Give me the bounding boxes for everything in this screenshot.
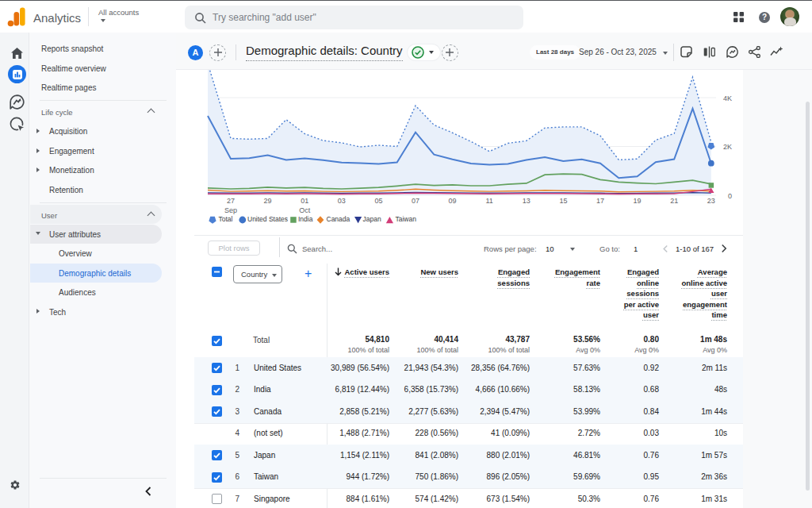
- svg-text:15: 15: [559, 197, 567, 205]
- svg-text:2K: 2K: [723, 143, 732, 151]
- svg-text:13: 13: [523, 197, 530, 205]
- svg-text:11: 11: [486, 197, 493, 205]
- svg-text:27: 27: [227, 197, 235, 205]
- svg-text:29: 29: [264, 197, 272, 205]
- svg-text:Sep: Sep: [224, 206, 237, 214]
- svg-text:19: 19: [634, 197, 642, 205]
- svg-text:Oct: Oct: [299, 206, 311, 214]
- svg-text:01: 01: [301, 197, 308, 205]
- svg-text:0: 0: [728, 192, 732, 200]
- svg-text:21: 21: [670, 197, 678, 205]
- svg-text:03: 03: [338, 197, 346, 205]
- svg-text:23: 23: [707, 197, 715, 205]
- svg-text:17: 17: [596, 197, 604, 205]
- svg-text:4K: 4K: [723, 94, 732, 102]
- svg-text:07: 07: [412, 197, 419, 205]
- svg-text:09: 09: [449, 197, 457, 205]
- svg-text:05: 05: [374, 197, 382, 205]
